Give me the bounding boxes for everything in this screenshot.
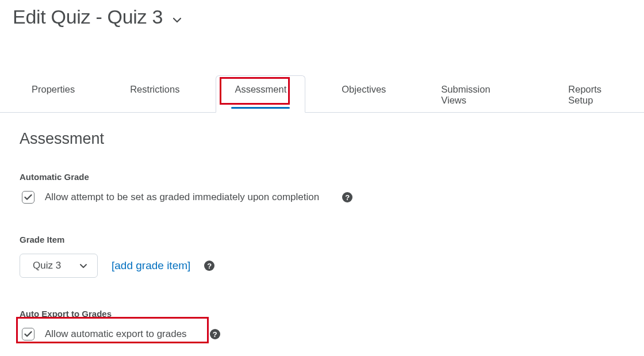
tab-submission-views[interactable]: Submission Views: [422, 75, 532, 113]
section-heading: Assessment: [20, 130, 644, 148]
grade-item-row: Quiz 3 [add grade item] ?: [20, 254, 644, 278]
help-icon[interactable]: ?: [210, 329, 220, 339]
tab-label: Restrictions: [130, 84, 179, 94]
automatic-grade-section: Automatic Grade Allow attempt to be set …: [20, 172, 644, 204]
tab-restrictions[interactable]: Restrictions: [111, 75, 198, 113]
automatic-grade-checkbox-label: Allow attempt to be set as graded immedi…: [45, 192, 319, 203]
page-title: Edit Quiz - Quiz 3: [13, 6, 163, 28]
grade-item-selected: Quiz 3: [33, 260, 61, 271]
tab-active-underline: [231, 107, 290, 109]
automatic-grade-checkbox[interactable]: [22, 191, 34, 204]
tab-label: Submission Views: [441, 84, 490, 105]
automatic-grade-row: Allow attempt to be set as graded immedi…: [20, 191, 644, 204]
grade-item-dropdown[interactable]: Quiz 3: [20, 254, 98, 278]
auto-export-label: Auto Export to Grades: [20, 309, 644, 319]
tab-label: Reports Setup: [568, 84, 601, 105]
add-grade-item-link[interactable]: [add grade item]: [112, 259, 190, 272]
auto-export-row: Allow automatic export to grades ?: [20, 328, 644, 340]
tabs-bar: Properties Restrictions Assessment Objec…: [0, 75, 644, 113]
tab-assessment[interactable]: Assessment: [216, 75, 305, 113]
grade-item-label: Grade Item: [20, 235, 644, 244]
help-icon[interactable]: ?: [204, 261, 214, 271]
tab-content: Assessment Automatic Grade Allow attempt…: [0, 113, 644, 340]
chevron-down-icon: [80, 260, 87, 271]
tab-objectives[interactable]: Objectives: [323, 75, 405, 113]
tab-properties[interactable]: Properties: [13, 75, 94, 113]
help-icon[interactable]: ?: [342, 192, 352, 202]
chevron-down-icon[interactable]: [173, 15, 181, 25]
tab-label: Objectives: [342, 84, 386, 94]
page-title-row: Edit Quiz - Quiz 3: [0, 0, 644, 28]
tab-reports-setup[interactable]: Reports Setup: [549, 75, 644, 113]
auto-export-checkbox-label: Allow automatic export to grades: [45, 328, 187, 340]
auto-export-checkbox[interactable]: [22, 328, 34, 340]
tab-label: Properties: [32, 84, 75, 94]
grade-item-section: Grade Item Quiz 3 [add grade item] ?: [20, 235, 644, 278]
tab-label: Assessment: [235, 84, 286, 94]
automatic-grade-label: Automatic Grade: [20, 172, 644, 182]
auto-export-section: Auto Export to Grades Allow automatic ex…: [20, 309, 644, 340]
